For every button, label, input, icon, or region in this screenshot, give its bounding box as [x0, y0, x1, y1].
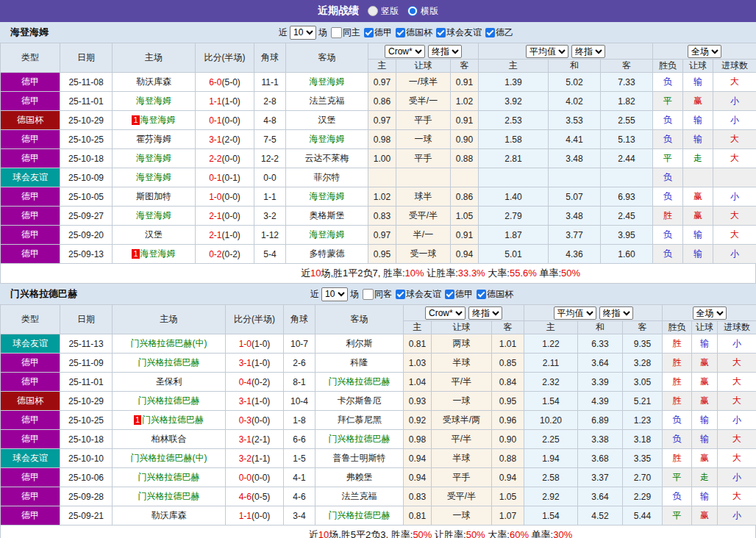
home-team: 汉堡	[113, 226, 196, 245]
avg-type-select[interactable]: 平均值	[554, 306, 596, 320]
league-badge: 德甲	[1, 373, 60, 392]
score: 0-1(0-0)	[196, 111, 254, 130]
avg-time-select[interactable]: 终指	[571, 45, 605, 58]
avg-type-select[interactable]: 平均值	[526, 45, 568, 58]
full-time-score: 0-0	[239, 473, 252, 483]
header-select-group: 全场	[663, 305, 756, 321]
league-filter[interactable]: 德国杯	[396, 26, 432, 39]
result-handicap: 走	[692, 468, 718, 487]
result-handicap: 赢	[692, 392, 718, 411]
avg-away-odds: 1.23	[623, 411, 663, 430]
handicap-line: 受球半/两	[432, 411, 492, 430]
summary-text: 10	[318, 529, 329, 538]
league-filter[interactable]: 球会友谊	[436, 26, 482, 39]
layout-radio-horizontal[interactable]: 横版	[407, 5, 438, 18]
checkbox-checked-icon[interactable]	[364, 28, 374, 37]
match-row: 德甲25-11-01海登海姆1-1(1-0)2-8法兰克福0.86受半/一1.0…	[1, 92, 756, 111]
full-time-score: 2-1	[209, 230, 221, 240]
avg-away-odds: 6.93	[601, 187, 653, 207]
header-select-group: Crow*终指	[404, 305, 524, 321]
half-time-score: (0-0)	[222, 115, 240, 126]
away-odds: 0.84	[492, 373, 524, 392]
away-team-name: 门兴格拉德巴赫	[329, 510, 391, 520]
match-row: 德甲25-10-06门兴格拉德巴赫0-0(0-0)4-1弗赖堡0.94平手0.9…	[1, 468, 756, 487]
column-header: 客场	[286, 43, 368, 73]
away-team-name: 多特蒙德	[310, 248, 345, 259]
league-filter[interactable]: 德国杯	[477, 288, 513, 301]
layout-radio-vertical[interactable]: 竖版	[368, 5, 399, 18]
handicap-line: 受半/一	[396, 92, 451, 111]
home-odds: 0.94	[404, 449, 432, 468]
full-time-score: 0-1	[209, 173, 221, 183]
same-venue-filter[interactable]: 同主	[331, 26, 360, 39]
corner-score: 5-4	[254, 245, 286, 264]
filter-controls: 近10场同客球会友谊德甲德国杯	[310, 284, 513, 304]
checkbox-checked-icon[interactable]	[445, 290, 454, 299]
column-header: 比分(半场)	[196, 43, 254, 73]
avg-home-odds: 3.92	[479, 92, 549, 111]
avg-home-odds: 2.11	[524, 354, 578, 373]
avg-draw-odds: 3.64	[578, 354, 623, 373]
checkbox-unchecked-icon[interactable]	[331, 27, 342, 38]
radio-unchecked-icon[interactable]	[368, 6, 378, 16]
result-outcome: 负	[663, 487, 692, 506]
scope-select[interactable]: 全场	[693, 306, 727, 320]
avg-time-select[interactable]: 终指	[599, 306, 633, 320]
scope-select[interactable]: 全场	[688, 45, 721, 58]
result-goals: 大	[718, 354, 756, 373]
checkbox-unchecked-icon[interactable]	[363, 289, 374, 300]
result-goals: 小	[718, 411, 756, 430]
full-time-score: 0-3	[239, 415, 252, 426]
home-odds: 0.83	[404, 487, 432, 506]
league-badge: 球会友谊	[1, 449, 60, 468]
home-team: 1海登海姆	[113, 245, 196, 264]
checkbox-checked-icon[interactable]	[396, 28, 405, 37]
away-team: 科隆	[315, 354, 404, 373]
match-row: 球会友谊25-10-10门兴格拉德巴赫(中)3-2(1-1)1-5普鲁士明斯特0…	[1, 449, 756, 468]
full-time-score: 2-1	[209, 211, 221, 221]
checkbox-checked-icon[interactable]	[485, 28, 495, 37]
match-date: 25-11-08	[60, 73, 113, 92]
radio-checked-icon[interactable]	[407, 6, 418, 16]
checkbox-checked-icon[interactable]	[396, 290, 405, 299]
home-odds: 0.98	[368, 130, 396, 149]
sub-column-header: 让球	[396, 60, 451, 73]
odds-source-select[interactable]: Crow*	[385, 45, 425, 58]
half-time-score: (1-0)	[252, 358, 270, 368]
away-odds: 0.91	[451, 226, 479, 245]
games-count-select[interactable]: 10	[321, 287, 348, 301]
checkbox-checked-icon[interactable]	[436, 28, 446, 37]
corner-score: 7-5	[254, 130, 286, 149]
match-date: 25-10-18	[60, 149, 113, 168]
avg-draw-odds: 4.02	[549, 92, 601, 111]
away-odds: 1.01	[492, 334, 524, 354]
league-filter[interactable]: 德乙	[485, 26, 513, 39]
sub-column-header: 客	[601, 60, 653, 73]
home-team-name: 圣保利	[156, 376, 182, 387]
games-count-select[interactable]: 10	[290, 26, 316, 40]
away-team-name: 海登海姆	[310, 229, 345, 240]
match-date: 25-10-18	[60, 430, 113, 449]
odds-time-select[interactable]: 终指	[468, 306, 502, 320]
checkbox-checked-icon[interactable]	[477, 290, 486, 299]
league-filter[interactable]: 德甲	[445, 288, 473, 301]
odds-source-select[interactable]: Crow*	[425, 306, 466, 320]
away-team-name: 门兴格拉德巴赫	[329, 376, 391, 387]
away-odds: 0.94	[492, 468, 524, 487]
home-odds: 0.98	[404, 430, 432, 449]
home-team: 1海登海姆	[113, 111, 196, 130]
avg-draw-odds: 4.36	[549, 245, 601, 264]
sub-column-header: 客	[451, 60, 479, 73]
league-filter[interactable]: 德甲	[364, 26, 392, 39]
home-team: 1门兴格拉德巴赫	[113, 411, 226, 430]
avg-away-odds: 5.44	[623, 506, 663, 526]
away-team: 拜仁慕尼黑	[315, 411, 404, 430]
handicap-line: 一球	[432, 392, 492, 411]
league-badge: 德甲	[1, 487, 60, 506]
same-venue-filter[interactable]: 同客	[363, 288, 392, 301]
match-date: 25-11-01	[60, 92, 113, 111]
avg-away-odds: 3.35	[623, 449, 663, 468]
odds-time-select[interactable]: 终指	[428, 45, 462, 58]
home-odds: 0.93	[404, 392, 432, 411]
league-filter[interactable]: 球会友谊	[396, 288, 441, 301]
